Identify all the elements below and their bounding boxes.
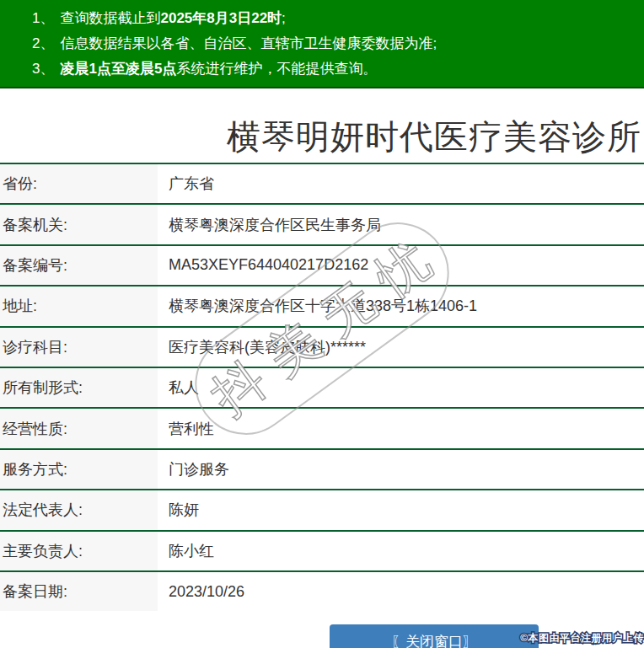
row-label: 法定代表人: bbox=[0, 490, 158, 529]
table-row-filing-authority: 备案机关: 横琴粤澳深度合作区民生事务局 bbox=[0, 203, 644, 244]
table-row-address: 地址: 横琴粤澳深度合作区十字大道338号1栋1406-1 bbox=[0, 285, 644, 325]
row-label: 备案机关: bbox=[0, 205, 158, 244]
table-row-province: 省份: 广东省 bbox=[0, 163, 644, 203]
notice-text: ; bbox=[282, 10, 286, 26]
row-value: 陈妍 bbox=[158, 490, 644, 529]
page-title: 横琴明妍时代医疗美容诊所 bbox=[0, 88, 644, 160]
row-value: 医疗美容科(美容皮肤科)****** bbox=[158, 328, 644, 367]
notice-item-2: 2、信息数据结果以各省、自治区、直辖市卫生健康委数据为准; bbox=[32, 31, 644, 56]
notice-text: 系统进行维护，不能提供查询。 bbox=[176, 61, 377, 77]
row-label: 所有制形式: bbox=[0, 368, 158, 407]
notice-text: 信息数据结果以各省、自治区、直辖市卫生健康委数据为准; bbox=[60, 35, 437, 51]
notice-item-1: 1、查询数据截止到2025年8月3日22时; bbox=[32, 6, 644, 31]
row-value: 2023/10/26 bbox=[158, 572, 644, 611]
row-value: 广东省 bbox=[158, 164, 644, 203]
row-label: 经营性质: bbox=[0, 409, 158, 447]
notice-banner: 1、查询数据截止到2025年8月3日22时; 2、信息数据结果以各省、自治区、直… bbox=[0, 0, 644, 88]
row-label: 主要负责人: bbox=[0, 532, 158, 570]
close-window-button[interactable]: 〖关闭窗口〗 bbox=[330, 624, 539, 648]
row-value: 私人 bbox=[158, 368, 644, 407]
notice-text-bold: 凌晨1点至凌晨5点 bbox=[60, 61, 176, 77]
notice-text-bold: 2025年8月3日22时 bbox=[160, 10, 282, 26]
table-row-departments: 诊疗科目: 医疗美容科(美容皮肤科)****** bbox=[0, 326, 644, 367]
page-viewport: 1、查询数据截止到2025年8月3日22时; 2、信息数据结果以各省、自治区、直… bbox=[0, 0, 644, 648]
row-label: 地址: bbox=[0, 287, 158, 325]
table-row-business-nature: 经营性质: 营利性 bbox=[0, 407, 644, 447]
row-value: 门诊服务 bbox=[158, 450, 644, 489]
table-row-ownership: 所有制形式: 私人 bbox=[0, 367, 644, 407]
row-label: 诊疗科目: bbox=[0, 328, 158, 367]
notice-number: 1、 bbox=[32, 10, 54, 26]
credit-watermark: ©本图由平台注册用户上传 bbox=[520, 631, 644, 645]
row-value: 横琴粤澳深度合作区十字大道338号1栋1406-1 bbox=[158, 287, 644, 325]
title-band: 横琴明妍时代医疗美容诊所 bbox=[0, 88, 644, 163]
table-row-service-mode: 服务方式: 门诊服务 bbox=[0, 448, 644, 489]
table-row-filing-date: 备案日期: 2023/10/26 bbox=[0, 570, 644, 611]
row-value: 营利性 bbox=[158, 409, 644, 447]
notice-number: 3、 bbox=[32, 61, 54, 77]
notice-number: 2、 bbox=[32, 35, 54, 51]
row-label: 服务方式: bbox=[0, 450, 158, 489]
row-value: MA53XEYF644040217D2162 bbox=[158, 246, 644, 285]
table-row-legal-representative: 法定代表人: 陈妍 bbox=[0, 489, 644, 529]
table-row-main-person-in-charge: 主要负责人: 陈小红 bbox=[0, 530, 644, 570]
notice-item-3: 3、凌晨1点至凌晨5点系统进行维护，不能提供查询。 bbox=[32, 56, 644, 82]
row-value: 横琴粤澳深度合作区民生事务局 bbox=[158, 205, 644, 244]
table-row-filing-number: 备案编号: MA53XEYF644040217D2162 bbox=[0, 244, 644, 285]
row-label: 省份: bbox=[0, 164, 158, 203]
row-value: 陈小红 bbox=[158, 532, 644, 570]
row-label: 备案日期: bbox=[0, 572, 158, 611]
page-content: 1、查询数据截止到2025年8月3日22时; 2、信息数据结果以各省、自治区、直… bbox=[0, 0, 644, 648]
row-label: 备案编号: bbox=[0, 246, 158, 285]
notice-text: 查询数据截止到 bbox=[60, 10, 160, 26]
info-table: 省份: 广东省 备案机关: 横琴粤澳深度合作区民生事务局 备案编号: MA53X… bbox=[0, 163, 644, 611]
